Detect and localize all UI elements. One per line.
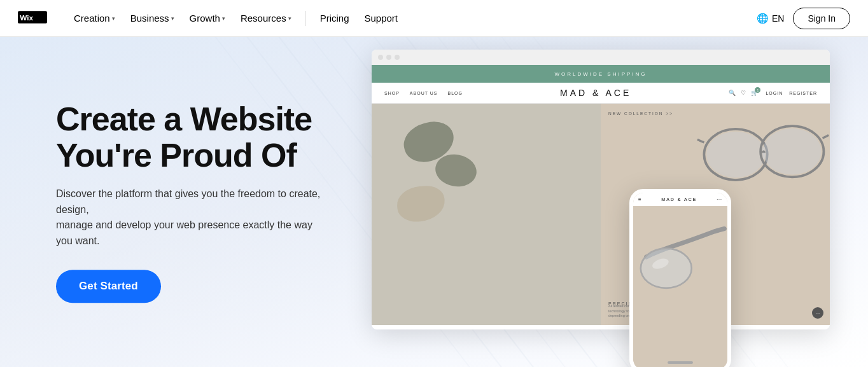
browser-mockup: WORLDWIDE SHIPPING SHOP ABOUT US BLOG MA… [372,50,830,329]
mobile-menu-icon: ≡ [638,197,642,202]
chevron-down-icon: ▾ [171,15,174,22]
browser-body: WORLDWIDE SHIPPING SHOP ABOUT US BLOG MA… [372,65,830,329]
svg-point-14 [706,132,765,178]
hero-title: Create a Website You're Proud Of [56,101,323,174]
madace-shipping-banner: WORLDWIDE SHIPPING [372,65,830,83]
chevron-down-icon: ▾ [288,15,291,22]
svg-point-17 [641,249,692,288]
nav-support[interactable]: Support [358,9,405,27]
svg-text:Wix: Wix [20,13,33,22]
browser-dot-green [395,55,400,60]
globe-icon: 🌐 [757,13,769,24]
mobile-inner: ≡ MAD & ACE ··· [633,193,727,367]
madace-content: NEW COLLECTION >> [372,104,830,325]
get-started-button[interactable]: Get Started [56,270,161,303]
nav-pricing[interactable]: Pricing [314,9,356,27]
mobile-mockup: ≡ MAD & ACE ··· [629,189,731,367]
browser-dot-yellow [386,55,391,60]
madace-left-panel [372,104,601,325]
madace-logo: MAD & ACE [463,88,729,98]
madace-collection-label: NEW COLLECTION >> [608,111,673,116]
sign-in-button[interactable]: Sign In [793,8,850,29]
hero-content: Create a Website You're Proud Of Discove… [56,101,323,303]
mobile-logo: MAD & ACE [661,197,697,202]
mobile-header: ≡ MAD & ACE ··· [633,193,727,206]
glasses-image [696,107,830,202]
browser-toolbar [372,50,830,65]
madace-nav-right: LOGIN REGISTER [766,91,817,95]
navbar-right: 🌐 EN Sign In [757,8,850,29]
wix-logo[interactable]: Wix [18,11,47,26]
svg-point-16 [763,128,822,175]
mobile-body [633,206,727,367]
madace-nav-icons: 🔍 ♡ 🛒 1 [729,90,758,96]
nav-business[interactable]: Business ▾ [124,9,181,27]
mobile-home-indicator [668,361,693,364]
hero-subtitle: Discover the platform that gives you the… [56,186,323,249]
search-icon: 🔍 [729,90,736,96]
madace-nav-links: SHOP ABOUT US BLOG [384,91,463,95]
cart-icon: 🛒 1 [751,90,758,96]
nav-growth[interactable]: Growth ▾ [183,9,232,27]
chevron-down-icon: ▾ [222,15,225,22]
chat-bubble-icon: ··· [812,307,823,319]
nav-resources[interactable]: Resources ▾ [234,9,298,27]
navbar: Wix Creation ▾ Business ▾ Growth ▾ Resou… [0,0,868,37]
madace-nav: SHOP ABOUT US BLOG MAD & ACE 🔍 ♡ 🛒 1 [372,83,830,104]
language-selector[interactable]: 🌐 EN [757,13,784,24]
chevron-down-icon: ▾ [112,15,115,22]
nav-creation[interactable]: Creation ▾ [67,9,122,27]
nav-divider [305,11,306,26]
heart-icon: ♡ [741,90,746,96]
mobile-glasses-image [633,206,727,308]
nav-links: Creation ▾ Business ▾ Growth ▾ Resources… [67,9,757,27]
browser-dot-red [378,55,383,60]
hero-section: Create a Website You're Proud Of Discove… [0,37,868,367]
